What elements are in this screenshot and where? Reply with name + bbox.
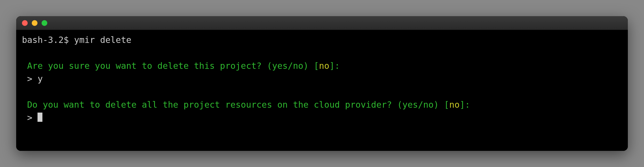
blank-line <box>22 46 622 59</box>
maximize-icon[interactable] <box>42 20 47 26</box>
bracket-close-2: ] <box>460 100 465 110</box>
input-marker-2: > <box>27 113 38 123</box>
question-1-text: Are you sure you want to delete this pro… <box>27 61 314 71</box>
input-marker-1: > <box>27 74 38 84</box>
cursor-icon <box>38 113 42 122</box>
shell-command: ymir delete <box>74 35 132 45</box>
colon-2: : <box>465 100 470 110</box>
command-line: bash-3.2$ ymir delete <box>22 33 622 46</box>
shell-prompt: bash-3.2$ <box>22 35 74 45</box>
terminal-window: bash-3.2$ ymir delete Are you sure you w… <box>16 16 628 151</box>
colon: : <box>335 61 340 71</box>
terminal-body[interactable]: bash-3.2$ ymir delete Are you sure you w… <box>16 30 628 151</box>
blank-line <box>22 85 622 98</box>
question-line-2: Do you want to delete all the project re… <box>22 98 622 111</box>
bracket-open: [ <box>314 61 319 71</box>
bracket-open-2: [ <box>444 100 449 110</box>
input-line-1: > y <box>22 72 622 85</box>
close-icon[interactable] <box>22 20 28 26</box>
question-2-text: Do you want to delete all the project re… <box>27 100 444 110</box>
question-line-1: Are you sure you want to delete this pro… <box>22 59 622 72</box>
minimize-icon[interactable] <box>32 20 38 26</box>
traffic-lights <box>22 20 47 26</box>
default-value-1: no <box>319 61 330 71</box>
default-value-2: no <box>449 100 460 110</box>
input-value-1: y <box>38 74 43 84</box>
bracket-close: ] <box>330 61 335 71</box>
titlebar <box>16 16 628 30</box>
input-line-2: > <box>22 111 622 124</box>
